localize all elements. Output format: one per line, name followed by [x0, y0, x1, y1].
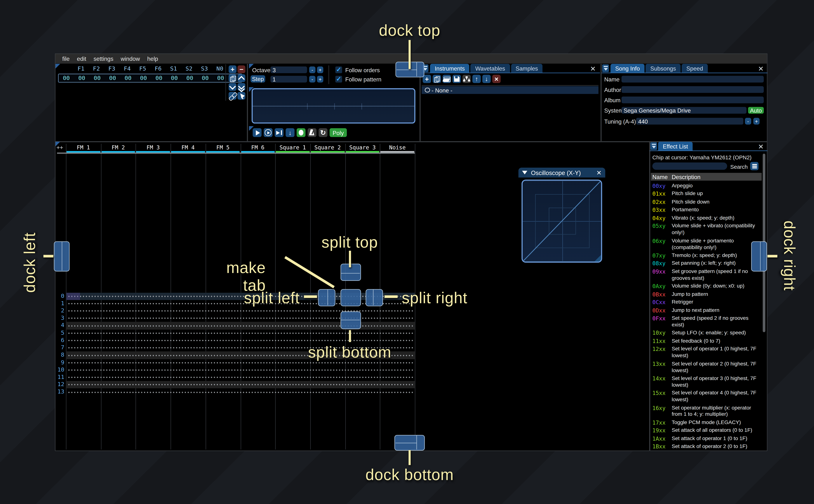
instrument-duplicate-button[interactable] [433, 75, 441, 83]
order-cell-6[interactable]: 00 [167, 75, 182, 82]
dock-right-target[interactable] [751, 241, 767, 271]
tab-wavetables[interactable]: Wavetables [471, 64, 510, 73]
album-input[interactable] [622, 97, 764, 103]
order-cell-7[interactable]: 00 [182, 75, 198, 82]
tab-speed[interactable]: Speed [682, 64, 708, 73]
panel-divider[interactable] [649, 142, 650, 451]
split-bottom-target[interactable] [341, 312, 361, 329]
channel-header-square-2[interactable]: Square 2 [310, 144, 345, 151]
tuning-increase-button[interactable]: + [753, 118, 760, 125]
menu-item-edit[interactable]: edit [73, 55, 90, 62]
order-channel-f4[interactable]: F4 [119, 65, 135, 72]
channel-header-fm-4[interactable]: FM 4 [170, 144, 205, 151]
menu-item-help[interactable]: help [144, 55, 162, 62]
tuning-decrease-button[interactable]: - [745, 118, 751, 125]
follow-orders-checkbox[interactable]: ✓ [335, 66, 342, 73]
metronome-button[interactable] [308, 128, 316, 137]
order-channel-s3[interactable]: S3 [197, 65, 212, 72]
instrument-save-button[interactable] [453, 75, 461, 83]
menu-item-window[interactable]: window [117, 55, 144, 62]
channel-header-fm-1[interactable]: FM 1 [66, 144, 101, 151]
effect-list-tab-button[interactable] [650, 142, 657, 150]
make-tab-target[interactable] [341, 289, 361, 306]
oscilloscope-titlebar[interactable]: Oscilloscope (X-Y) ✕ [518, 168, 605, 178]
tab-instruments[interactable]: Instruments [430, 64, 470, 73]
follow-pattern-checkbox[interactable]: ✓ [335, 76, 342, 82]
effect-list-close-icon[interactable]: ✕ [758, 143, 764, 150]
order-cell-3[interactable]: 00 [120, 75, 136, 82]
input-pad[interactable] [252, 88, 415, 124]
order-channel-f3[interactable]: F3 [104, 65, 120, 72]
order-cell-4[interactable]: 00 [136, 75, 151, 82]
instrument-type-button[interactable] [463, 75, 471, 83]
panel-divider[interactable] [247, 64, 248, 141]
menu-item-file[interactable]: file [59, 55, 73, 62]
order-cell-8[interactable]: 00 [197, 75, 213, 82]
octave-decrease-button[interactable]: - [309, 67, 315, 73]
channel-header-fm-6[interactable]: FM 6 [240, 144, 275, 151]
author-input[interactable] [622, 86, 764, 93]
tab-subsongs[interactable]: Subsongs [646, 64, 681, 73]
order-row[interactable]: 0000000000000000000000 [58, 74, 242, 83]
menu-item-settings[interactable]: settings [90, 55, 117, 62]
song-tab-list-button[interactable] [602, 64, 609, 72]
channel-header-fm-3[interactable]: FM 3 [136, 144, 170, 151]
channel-header-fm-5[interactable]: FM 5 [205, 144, 240, 151]
channel-header-square-1[interactable]: Square 1 [275, 144, 310, 151]
order-duplicate-end-button[interactable] [237, 83, 245, 91]
dock-bottom-target[interactable] [394, 435, 425, 451]
play-button[interactable] [253, 128, 261, 137]
song-info-close-icon[interactable]: ✕ [758, 65, 764, 72]
order-change-mode-button[interactable] [228, 92, 236, 100]
instrument-list-item[interactable]: - None - [422, 86, 598, 94]
tab-samples[interactable]: Samples [511, 64, 543, 73]
order-channel-f6[interactable]: F6 [150, 65, 166, 72]
tuning-input[interactable]: 440 [636, 118, 743, 125]
system-input[interactable]: Sega Genesis/Mega Drive [622, 107, 747, 114]
order-cell-1[interactable]: 00 [89, 75, 105, 82]
instrument-open-button[interactable] [443, 75, 451, 83]
step-increase-button[interactable]: + [317, 76, 323, 83]
play-from-start-button[interactable] [263, 128, 272, 137]
channel-header-fm-2[interactable]: FM 2 [101, 144, 136, 151]
instrument-move-up-button[interactable] [473, 75, 481, 83]
order-remove-button[interactable] [237, 65, 245, 73]
order-channel-f2[interactable]: F2 [89, 65, 104, 72]
order-channel-s2[interactable]: S2 [181, 65, 197, 72]
tab-effect-list[interactable]: Effect List [658, 142, 693, 151]
pattern-row-cells[interactable] [66, 366, 415, 374]
pattern-row-cells[interactable] [66, 389, 415, 396]
instrument-move-down-button[interactable] [483, 75, 491, 83]
order-cell-9[interactable]: 00 [213, 75, 228, 82]
split-left-target[interactable] [318, 289, 335, 306]
dock-left-target[interactable] [54, 241, 69, 271]
octave-increase-button[interactable]: + [317, 67, 323, 73]
order-channel-f5[interactable]: F5 [135, 65, 150, 72]
system-auto-button[interactable]: Auto [748, 107, 764, 114]
oscilloscope-window[interactable]: Oscilloscope (X-Y) ✕ [518, 168, 605, 265]
pattern-row-cells[interactable] [66, 315, 415, 322]
octave-input[interactable]: 3 [270, 67, 307, 73]
order-cell-5[interactable]: 00 [151, 75, 167, 82]
order-channel-n0[interactable]: N0 [212, 65, 228, 72]
order-move-down-button[interactable] [228, 83, 236, 91]
effect-search-input[interactable] [652, 162, 727, 170]
channel-header-square-3[interactable]: Square 3 [345, 144, 380, 151]
pattern-row-cells[interactable] [66, 374, 415, 381]
instruments-close-icon[interactable]: ✕ [590, 65, 596, 72]
channel-header-noise[interactable]: Noise [380, 144, 415, 151]
poly-button[interactable]: Poly [329, 128, 347, 137]
effect-list-menu-button[interactable] [750, 162, 759, 170]
step-decrease-button[interactable]: - [309, 76, 315, 83]
order-channel-s1[interactable]: S1 [166, 65, 181, 72]
instrument-delete-button[interactable] [492, 75, 501, 83]
pattern-row-cells[interactable] [66, 322, 415, 329]
order-channel-f1[interactable]: F1 [73, 65, 89, 72]
step-one-row-button[interactable] [286, 128, 294, 137]
record-button[interactable] [296, 128, 305, 137]
split-right-target[interactable] [365, 289, 383, 306]
order-duplicate-button[interactable] [228, 74, 236, 82]
play-one-row-button[interactable] [275, 128, 283, 137]
pattern-row-cells[interactable] [66, 329, 415, 337]
pattern-row-cells[interactable] [66, 381, 415, 389]
